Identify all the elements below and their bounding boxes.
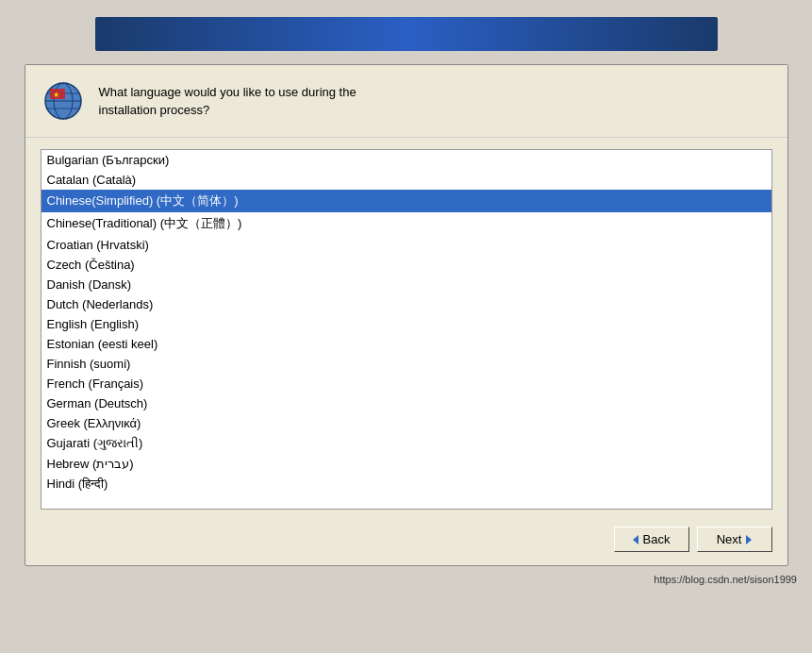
bottom-bar: https://blog.csdn.net/sison1999 [0, 566, 812, 593]
list-item[interactable]: Chinese(Traditional) (中文（正體）) [41, 212, 771, 235]
list-area: Bulgarian (Български)Catalan (Català)Chi… [41, 149, 772, 510]
list-item[interactable]: Dutch (Nederlands) [41, 294, 771, 314]
next-button[interactable]: Next [697, 527, 772, 552]
list-item[interactable]: Czech (Čeština) [41, 255, 771, 275]
list-item[interactable]: Bulgarian (Български) [41, 150, 771, 170]
next-label: Next [717, 532, 742, 546]
list-item[interactable]: Greek (Ελληνικά) [41, 413, 771, 433]
main-window: ★ What language would you like to use du… [25, 64, 788, 566]
list-item[interactable]: Chinese(Simplified) (中文（简体）) [41, 190, 771, 212]
header-question: What language would you like to use duri… [99, 85, 356, 118]
back-button[interactable]: Back [614, 527, 689, 552]
list-item[interactable]: German (Deutsch) [41, 393, 771, 413]
svg-text:★: ★ [53, 91, 59, 99]
list-item[interactable]: Danish (Dansk) [41, 275, 771, 294]
top-banner [95, 17, 718, 51]
list-item[interactable]: Gujarati (ગુજરાતી) [41, 433, 771, 454]
footer-area: Back Next [25, 519, 787, 565]
language-list[interactable]: Bulgarian (Български)Catalan (Català)Chi… [41, 150, 771, 509]
footer-url: https://blog.csdn.net/sison1999 [654, 574, 797, 585]
back-icon [633, 535, 638, 544]
list-item[interactable]: Catalan (Català) [41, 170, 771, 190]
header-text: What language would you like to use duri… [99, 83, 356, 120]
list-container: Bulgarian (Български)Catalan (Català)Chi… [41, 150, 771, 509]
back-label: Back [643, 532, 671, 546]
list-item[interactable]: Finnish (suomi) [41, 354, 771, 374]
globe-icon: ★ [43, 81, 83, 121]
list-item[interactable]: French (Français) [41, 374, 771, 393]
list-item[interactable]: Hebrew (עברית) [41, 454, 771, 474]
next-icon [746, 535, 752, 544]
list-item[interactable]: English (English) [41, 314, 771, 334]
globe-icon-container: ★ [41, 78, 86, 124]
list-item[interactable]: Estonian (eesti keel) [41, 334, 771, 354]
header-area: ★ What language would you like to use du… [25, 65, 787, 138]
list-item[interactable]: Croatian (Hrvatski) [41, 235, 771, 255]
list-item[interactable]: Hindi (हिन्दी) [41, 474, 771, 494]
